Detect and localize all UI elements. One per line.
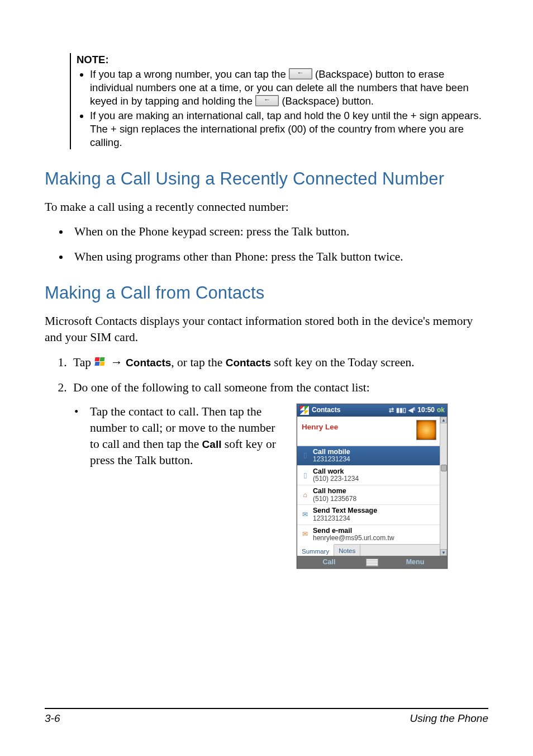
softkey-keyboard[interactable] — [361, 556, 383, 568]
section2-steps: Tap → Contacts, or tap the Contacts soft… — [45, 352, 488, 569]
backspace-icon — [255, 95, 279, 106]
work-icon: ▯ — [301, 471, 310, 480]
step2-call-bold: Call — [202, 438, 222, 450]
step1-pre: Tap — [73, 356, 94, 369]
row-label: Send e-mail — [313, 527, 394, 535]
note-title: NOTE: — [77, 54, 109, 65]
step1-contacts-bold: Contacts — [126, 357, 171, 368]
row-label: Call work — [313, 467, 359, 475]
row-value: henrylee@ms95.url.com.tw — [313, 535, 394, 542]
sms-icon: ✉ — [301, 511, 310, 519]
mobile-icon: ▯ — [301, 451, 310, 460]
scroll-up-icon[interactable]: ▲ — [440, 417, 447, 423]
tab-notes[interactable]: Notes — [334, 545, 360, 556]
softkey-call[interactable]: Call — [297, 556, 361, 568]
step1-contacts-bold2: Contacts — [226, 357, 271, 368]
contact-row-send-email[interactable]: ✉ Send e-mail henrylee@ms95.url.com.tw — [297, 525, 440, 544]
connectivity-icon: ⇄ — [389, 405, 394, 415]
phone-titlebar: Contacts ⇄ ▮▮▯ ◀ᴱ 10:50 ok — [297, 404, 447, 417]
mail-icon: ✉ — [301, 530, 310, 539]
step-1: Tap → Contacts, or tap the Contacts soft… — [70, 352, 488, 372]
section1-bullet-1: When on the Phone keypad screen: press t… — [70, 222, 488, 241]
speaker-icon: ◀ᴱ — [408, 405, 415, 415]
note-box: NOTE: If you tap a wrong number, you can… — [70, 53, 488, 149]
section1-bullet-2: When using programs other than Phone: pr… — [70, 247, 488, 266]
contact-row-send-text[interactable]: ✉ Send Text Message 1231231234 — [297, 504, 440, 524]
contact-tabs: Summary Notes — [297, 544, 440, 556]
page-footer: 3-6 Using the Phone — [45, 708, 488, 725]
contact-name: Henry Lee — [302, 421, 338, 433]
start-icon[interactable] — [299, 405, 310, 415]
step1-post: soft key on the Today screen. — [271, 356, 415, 369]
scrollbar[interactable]: ▲ ▼ — [440, 417, 447, 556]
ok-button[interactable]: ok — [437, 405, 445, 415]
footer-title: Using the Phone — [410, 712, 489, 725]
softkey-menu[interactable]: Menu — [383, 556, 447, 568]
page-number: 3-6 — [45, 712, 60, 725]
contact-row-call-work[interactable]: ▯ Call work (510) 223-1234 — [297, 465, 440, 485]
step2-intro: Do one of the following to call someone … — [73, 381, 370, 394]
step-2: Do one of the following to call someone … — [70, 378, 488, 569]
row-value: (510) 223-1234 — [313, 475, 359, 483]
row-value: 1231231234 — [313, 515, 377, 523]
note-item-1: If you tap a wrong number, you can tap t… — [90, 68, 488, 108]
tab-summary[interactable]: Summary — [297, 544, 334, 556]
note-item-1-post: (Backspace) button. — [282, 95, 374, 107]
phone-softkeys: Call Menu — [297, 556, 447, 568]
backspace-icon — [289, 68, 312, 79]
contacts-screenshot: Contacts ⇄ ▮▮▯ ◀ᴱ 10:50 ok Henry Lee — [297, 404, 448, 569]
phone-title: Contacts — [312, 405, 340, 415]
section-heading-contacts: Making a Call from Contacts — [45, 283, 488, 303]
step2-subbullet: Tap the contact to call. Then tap the nu… — [90, 404, 280, 469]
row-label: Call mobile — [313, 448, 350, 456]
contact-row-call-mobile[interactable]: ▯ Call mobile 1231231234 — [297, 446, 440, 465]
windows-start-icon — [95, 357, 106, 367]
section2-intro: Microsoft Contacts displays your contact… — [45, 313, 488, 346]
row-label: Call home — [313, 487, 356, 495]
contact-header: Henry Lee — [297, 417, 440, 446]
scroll-thumb[interactable] — [441, 465, 447, 471]
row-value: 1231231234 — [313, 456, 350, 464]
section-heading-recent: Making a Call Using a Recently Connected… — [45, 169, 488, 189]
step1-mid: , or tap the — [171, 356, 225, 369]
contact-row-call-home[interactable]: ⌂ Call home (510) 1235678 — [297, 485, 440, 504]
note-item-1-pre: If you tap a wrong number, you can tap t… — [90, 68, 289, 80]
row-label: Send Text Message — [313, 507, 377, 514]
section1-intro: To make a call using a recently connecte… — [45, 199, 488, 215]
row-value: (510) 1235678 — [313, 495, 356, 503]
phone-time: 10:50 — [417, 405, 435, 415]
scroll-down-icon[interactable]: ▼ — [440, 549, 447, 556]
avatar — [416, 420, 436, 440]
note-item-2: If you are making an international call,… — [90, 109, 488, 149]
signal-icon: ▮▮▯ — [396, 405, 406, 415]
keyboard-icon — [366, 559, 378, 566]
arrow-icon: → — [111, 355, 123, 369]
home-icon: ⌂ — [301, 490, 310, 499]
section1-bullets: When on the Phone keypad screen: press t… — [45, 222, 488, 266]
